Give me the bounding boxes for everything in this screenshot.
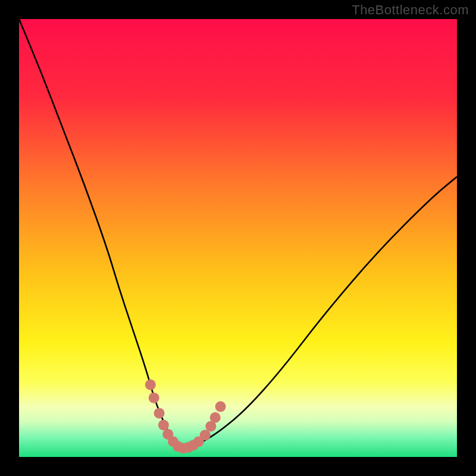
curve-marker xyxy=(210,412,221,423)
curve-marker xyxy=(215,401,226,412)
curve-marker xyxy=(145,380,156,390)
curve-marker xyxy=(149,393,159,403)
curve-markers xyxy=(145,380,226,454)
bottleneck-curve xyxy=(19,19,457,448)
chart-frame: TheBottleneck.com xyxy=(0,0,476,476)
curve-marker xyxy=(154,408,165,418)
curve-marker xyxy=(200,430,211,440)
curve-marker xyxy=(158,419,169,430)
chart-overlay xyxy=(19,19,457,457)
watermark-text: TheBottleneck.com xyxy=(352,2,469,18)
plot-area xyxy=(19,19,457,457)
